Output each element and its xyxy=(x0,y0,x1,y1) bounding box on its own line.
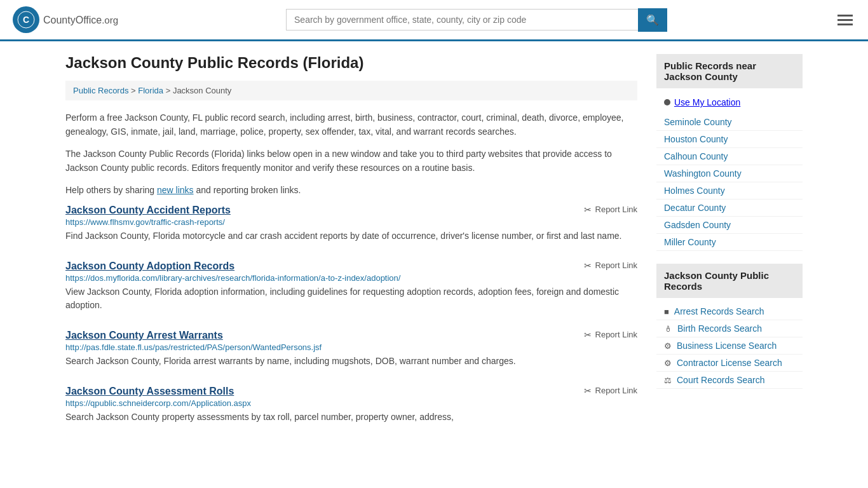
records-list: Jackson County Accident Reports ✂ Report… xyxy=(65,205,637,426)
nearby-county-item: Gadsden County xyxy=(656,217,803,234)
record-entry: Jackson County Arrest Warrants ✂ Report … xyxy=(65,330,637,370)
record-header: Jackson County Adoption Records ✂ Report… xyxy=(65,261,637,272)
record-type-icon: 🕯 xyxy=(664,324,672,334)
menu-line xyxy=(837,19,853,21)
content-area: Jackson County Public Records (Florida) … xyxy=(65,54,637,442)
nearby-county-item: Seminole County xyxy=(656,114,803,131)
record-type-icon: ⚙ xyxy=(664,358,672,368)
description-3: Help others by sharing new links and rep… xyxy=(65,183,637,197)
record-url[interactable]: https://dos.myflorida.com/library-archiv… xyxy=(65,273,637,283)
menu-line xyxy=(837,24,853,25)
nearby-county-item: Washington County xyxy=(656,165,803,182)
record-type-icon: ⚖ xyxy=(664,376,672,385)
report-link-btn[interactable]: ✂ Report Link xyxy=(584,330,637,340)
logo-text: CountyOffice.org xyxy=(43,13,118,27)
report-icon: ✂ xyxy=(584,330,592,340)
logo[interactable]: C CountyOffice.org xyxy=(13,6,118,33)
breadcrumb-public-records[interactable]: Public Records xyxy=(73,86,128,95)
nearby-section-title: Public Records near Jackson County xyxy=(656,54,803,88)
sidebar: Public Records near Jackson County Use M… xyxy=(656,54,803,442)
logo-suffix: .org xyxy=(102,15,118,25)
search-button[interactable]: 🔍 xyxy=(638,8,667,32)
record-title[interactable]: Jackson County Assessment Rolls xyxy=(65,386,234,397)
report-icon: ✂ xyxy=(584,386,592,396)
logo-name: CountyOffice xyxy=(43,15,102,25)
record-entry: Jackson County Adoption Records ✂ Report… xyxy=(65,261,637,315)
logo-icon: C xyxy=(13,6,39,33)
record-desc: View Jackson County, Florida adoption in… xyxy=(65,285,637,312)
location-dot-icon xyxy=(664,99,670,105)
record-desc: Search Jackson County, Florida arrest wa… xyxy=(65,355,637,368)
report-link-btn[interactable]: ✂ Report Link xyxy=(584,261,637,271)
record-header: Jackson County Accident Reports ✂ Report… xyxy=(65,205,637,216)
use-location-item[interactable]: Use My Location xyxy=(656,93,803,111)
record-entry: Jackson County Accident Reports ✂ Report… xyxy=(65,205,637,245)
jackson-record-item: 🕯Birth Records Search xyxy=(656,320,803,337)
nearby-counties-list: Seminole CountyHouston CountyCalhoun Cou… xyxy=(656,114,803,251)
record-type-icon: ■ xyxy=(664,307,669,316)
jackson-record-link[interactable]: Birth Records Search xyxy=(677,323,762,334)
new-links-link[interactable]: new links xyxy=(157,185,194,195)
record-url[interactable]: https://www.flhsmv.gov/traffic-crash-rep… xyxy=(65,217,637,227)
jackson-record-item: ⚙Contractor License Search xyxy=(656,355,803,372)
site-header: C CountyOffice.org 🔍 xyxy=(0,0,868,41)
jackson-record-link[interactable]: Business License Search xyxy=(677,341,776,351)
record-url[interactable]: https://qpublic.schneidercorp.com/Applic… xyxy=(65,398,637,408)
jackson-records-list: ■Arrest Records Search🕯Birth Records Sea… xyxy=(656,303,803,389)
report-icon: ✂ xyxy=(584,261,592,271)
use-location-link[interactable]: Use My Location xyxy=(674,97,740,107)
nearby-county-item: Houston County xyxy=(656,131,803,148)
jackson-record-link[interactable]: Court Records Search xyxy=(677,375,765,385)
menu-line xyxy=(837,15,853,17)
record-type-icon: ⚙ xyxy=(664,341,672,351)
report-link-btn[interactable]: ✂ Report Link xyxy=(584,386,637,396)
description-2: The Jackson County Public Records (Flori… xyxy=(65,147,637,175)
nearby-county-link[interactable]: Seminole County xyxy=(664,117,732,127)
report-icon: ✂ xyxy=(584,205,592,215)
page-title: Jackson County Public Records (Florida) xyxy=(65,54,637,72)
nearby-county-item: Calhoun County xyxy=(656,148,803,165)
jackson-records-title: Jackson County Public Records xyxy=(656,264,803,298)
jackson-record-link[interactable]: Arrest Records Search xyxy=(674,306,764,316)
report-link-btn[interactable]: ✂ Report Link xyxy=(584,205,637,215)
breadcrumb-florida[interactable]: Florida xyxy=(138,86,163,95)
jackson-record-item: ⚖Court Records Search xyxy=(656,372,803,389)
nearby-county-item: Decatur County xyxy=(656,200,803,217)
breadcrumb: Public Records > Florida > Jackson Count… xyxy=(65,81,637,100)
record-header: Jackson County Arrest Warrants ✂ Report … xyxy=(65,330,637,341)
nearby-county-link[interactable]: Holmes County xyxy=(664,186,725,196)
nearby-county-link[interactable]: Decatur County xyxy=(664,203,726,213)
main-container: Jackson County Public Records (Florida) … xyxy=(53,41,815,454)
search-input[interactable] xyxy=(286,9,638,30)
jackson-record-item: ■Arrest Records Search xyxy=(656,303,803,320)
record-desc: Search Jackson County property assessmen… xyxy=(65,410,637,424)
search-icon: 🔍 xyxy=(646,15,659,25)
jackson-record-item: ⚙Business License Search xyxy=(656,337,803,355)
jackson-record-link[interactable]: Contractor License Search xyxy=(677,358,782,368)
record-title[interactable]: Jackson County Accident Reports xyxy=(65,205,231,216)
record-url[interactable]: http://pas.fdle.state.fl.us/pas/restrict… xyxy=(65,342,637,352)
nearby-county-link[interactable]: Washington County xyxy=(664,168,742,179)
svg-text:C: C xyxy=(23,15,29,25)
search-area: 🔍 xyxy=(286,8,667,32)
nearby-county-item: Holmes County xyxy=(656,182,803,200)
menu-button[interactable] xyxy=(835,12,855,28)
description-1: Perform a free Jackson County, FL public… xyxy=(65,111,637,139)
nearby-county-link[interactable]: Gadsden County xyxy=(664,220,731,230)
record-entry: Jackson County Assessment Rolls ✂ Report… xyxy=(65,386,637,426)
nearby-county-link[interactable]: Houston County xyxy=(664,134,728,144)
nearby-county-link[interactable]: Miller County xyxy=(664,237,716,247)
record-title[interactable]: Jackson County Adoption Records xyxy=(65,261,234,272)
record-title[interactable]: Jackson County Arrest Warrants xyxy=(65,330,223,341)
record-desc: Find Jackson County, Florida motorcycle … xyxy=(65,229,637,243)
record-header: Jackson County Assessment Rolls ✂ Report… xyxy=(65,386,637,397)
nearby-county-item: Miller County xyxy=(656,234,803,251)
nearby-county-link[interactable]: Calhoun County xyxy=(664,151,728,161)
breadcrumb-current: Jackson County xyxy=(173,86,232,95)
